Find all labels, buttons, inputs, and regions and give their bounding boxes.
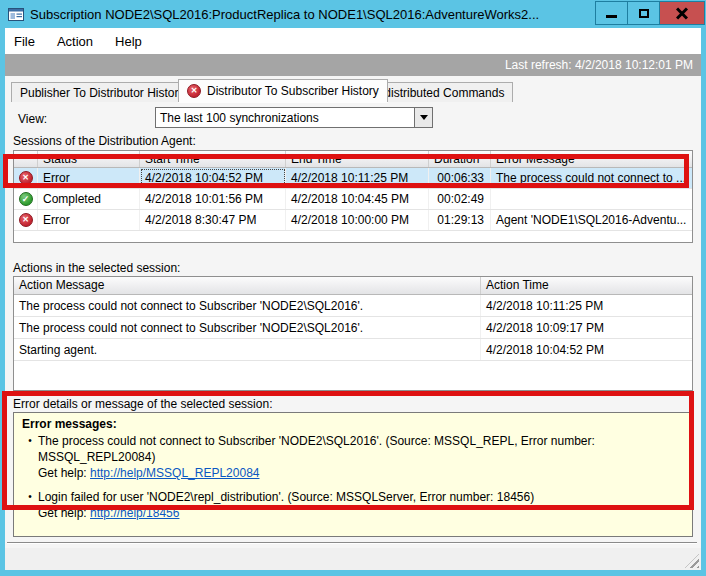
error-icon	[187, 84, 201, 98]
bullet-icon: •	[22, 433, 38, 482]
last-refresh-text: Last refresh: 4/2/2018 10:12:01 PM	[505, 58, 693, 72]
session-row-completed[interactable]: Completed 4/2/2018 10:01:56 PM 4/2/2018 …	[14, 189, 692, 210]
error-status-icon	[19, 213, 33, 227]
column-header-duration[interactable]: Duration	[429, 151, 491, 167]
combobox-dropdown-button[interactable]	[414, 108, 432, 127]
column-header-error-message[interactable]: Error Message	[491, 151, 692, 167]
action-row[interactable]: The process could not connect to Subscri…	[14, 295, 692, 317]
bottom-divider	[7, 542, 697, 544]
menu-action[interactable]: Action	[57, 34, 93, 49]
completed-status-icon	[19, 192, 33, 206]
view-combobox-value: The last 100 synchronizations	[156, 111, 414, 125]
error-message-item: • Login failed for user 'NODE2\repl_dist…	[22, 489, 684, 521]
menubar: File Action Help	[5, 28, 701, 54]
tab-label: Distributor To Subscriber History	[207, 84, 379, 98]
tab-label: Undistributed Commands	[369, 86, 504, 100]
tab-distributor-to-subscriber[interactable]: Distributor To Subscriber History	[178, 79, 388, 102]
sessions-grid-header: Status Start Time End Time Duration Erro…	[14, 151, 692, 168]
action-row[interactable]: Starting agent. 4/2/2018 10:04:52 PM	[14, 339, 692, 361]
session-row-error-selected[interactable]: Error 4/2/2018 10:04:52 PM 4/2/2018 10:1…	[14, 168, 692, 189]
chevron-down-icon	[420, 115, 428, 120]
window-title: Subscription NODE2\SQL2016:ProductReplic…	[30, 7, 539, 22]
bullet-icon: •	[22, 489, 38, 521]
menu-help[interactable]: Help	[115, 34, 142, 49]
action-row[interactable]: The process could not connect to Subscri…	[14, 317, 692, 339]
close-icon	[676, 7, 688, 19]
tab-publisher-to-distributor[interactable]: Publisher To Distributor History	[11, 82, 194, 102]
column-header-action-time[interactable]: Action Time	[481, 277, 692, 294]
help-link[interactable]: http://help/MSSQL_REPL20084	[90, 466, 259, 480]
resize-grip-icon[interactable]	[685, 554, 699, 568]
column-header-icon[interactable]	[14, 151, 38, 167]
minimize-icon	[606, 15, 617, 18]
tab-label: Publisher To Distributor History	[20, 86, 185, 100]
caption-buttons	[595, 1, 705, 25]
subscription-history-window: Subscription NODE2\SQL2016:ProductReplic…	[0, 0, 706, 576]
sessions-grid: Status Start Time End Time Duration Erro…	[13, 150, 693, 243]
error-message-text: The process could not connect to Subscri…	[38, 434, 595, 464]
help-link[interactable]: http://help/18456	[90, 506, 179, 520]
window-icon	[8, 8, 24, 21]
sessions-label: Sessions of the Distribution Agent:	[13, 134, 196, 148]
error-messages-heading: Error messages:	[22, 417, 684, 431]
maximize-icon	[639, 9, 649, 18]
tabstrip: Publisher To Distributor History Distrib…	[11, 78, 695, 102]
refresh-bar: Last refresh: 4/2/2018 10:12:01 PM	[5, 54, 701, 76]
error-details-label: Error details or message of the selected…	[13, 397, 272, 411]
get-help-label: Get help:	[38, 466, 90, 480]
window-body: File Action Help Last refresh: 4/2/2018 …	[5, 28, 701, 570]
session-row-error[interactable]: Error 4/2/2018 8:30:47 PM 4/2/2018 10:00…	[14, 210, 692, 231]
statusbar	[5, 548, 701, 570]
get-help-label: Get help:	[38, 506, 90, 520]
column-header-end-time[interactable]: End Time	[286, 151, 429, 167]
error-message-text: Login failed for user 'NODE2\repl_distri…	[38, 490, 534, 504]
column-header-status[interactable]: Status	[38, 151, 140, 167]
actions-grid-header: Action Message Action Time	[14, 277, 692, 295]
error-message-item: • The process could not connect to Subsc…	[22, 433, 684, 482]
column-header-start-time[interactable]: Start Time	[140, 151, 286, 167]
menu-file[interactable]: File	[14, 34, 35, 49]
view-label: View:	[18, 112, 47, 126]
column-header-action-message[interactable]: Action Message	[14, 277, 481, 294]
close-button[interactable]	[659, 1, 705, 25]
maximize-button[interactable]	[627, 1, 659, 25]
error-status-icon	[19, 171, 33, 185]
view-combobox[interactable]: The last 100 synchronizations	[155, 107, 433, 128]
error-messages-list: • The process could not connect to Subsc…	[22, 433, 684, 521]
actions-label: Actions in the selected session:	[13, 261, 180, 275]
actions-grid: Action Message Action Time The process c…	[13, 276, 693, 391]
titlebar: Subscription NODE2\SQL2016:ProductReplic…	[0, 0, 706, 28]
error-details-panel: Error messages: • The process could not …	[13, 412, 693, 537]
minimize-button[interactable]	[595, 1, 627, 25]
